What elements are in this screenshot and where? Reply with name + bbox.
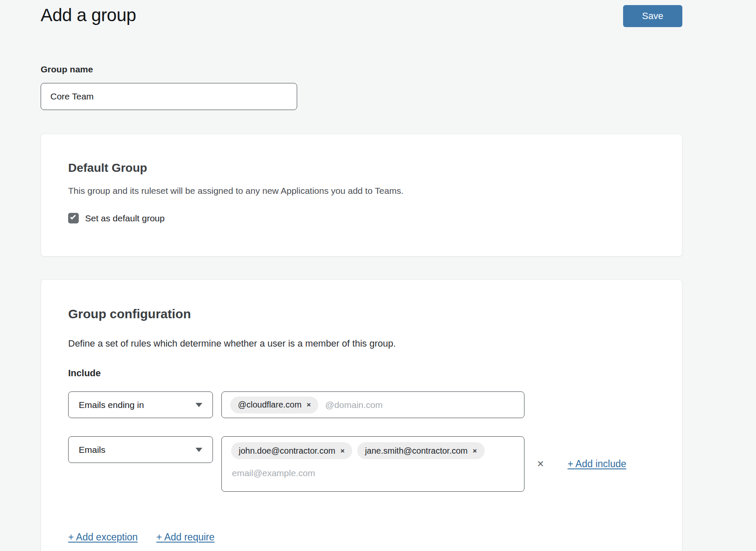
rule-value-field-2[interactable]: john.doe@contractor.com × jane.smith@con…	[221, 436, 524, 492]
default-group-checkbox-row[interactable]: Set as default group	[68, 213, 655, 223]
group-name-label: Group name	[41, 64, 682, 74]
remove-rule-icon[interactable]: ×	[537, 458, 544, 470]
rule-value-input-2[interactable]	[232, 467, 517, 479]
default-group-checkbox-label[interactable]: Set as default group	[85, 213, 165, 223]
group-configuration-card: Group configuration Define a set of rule…	[41, 279, 682, 551]
page-header: Add a group Save	[41, 0, 682, 27]
rule-type-select-1[interactable]: Emails ending in	[68, 391, 213, 418]
save-button[interactable]: Save	[623, 5, 682, 27]
rule-value-input-1[interactable]	[325, 399, 518, 411]
default-group-checkbox[interactable]	[68, 213, 79, 223]
tag-chip: john.doe@contractor.com ×	[231, 442, 352, 459]
tag-remove-icon[interactable]: ×	[306, 401, 311, 408]
rule-type-select-2-value: Emails	[79, 445, 105, 455]
tag-chip-label: john.doe@contractor.com	[239, 446, 335, 456]
tag-chip-label: jane.smith@contractor.com	[365, 446, 468, 456]
add-require-link[interactable]: + Add require	[156, 532, 214, 543]
page-content: Add a group Save Group name Default Grou…	[41, 0, 682, 551]
chevron-down-icon	[196, 403, 202, 407]
group-configuration-title: Group configuration	[68, 307, 655, 321]
tag-remove-icon[interactable]: ×	[473, 447, 477, 455]
group-configuration-description: Define a set of rules which determine wh…	[68, 338, 655, 349]
rule-row-actions: × + Add include	[524, 436, 626, 492]
chevron-down-icon	[196, 448, 202, 452]
default-group-description: This group and its ruleset will be assig…	[68, 186, 655, 196]
checkmark-icon	[70, 214, 76, 220]
default-group-title: Default Group	[68, 161, 655, 175]
add-exception-link[interactable]: + Add exception	[68, 532, 138, 543]
include-rule-row-1: Emails ending in @cloudflare.com ×	[68, 391, 655, 418]
tag-chip: @cloudflare.com ×	[230, 397, 318, 413]
tag-chip-label: @cloudflare.com	[238, 400, 301, 410]
rule-type-select-2[interactable]: Emails	[68, 436, 213, 463]
rule-value-field-1[interactable]: @cloudflare.com ×	[221, 391, 524, 418]
add-include-link[interactable]: + Add include	[568, 458, 626, 470]
rule-type-select-1-value: Emails ending in	[79, 400, 144, 410]
default-group-card: Default Group This group and its ruleset…	[41, 134, 682, 256]
include-label: Include	[68, 368, 655, 379]
tag-chip: jane.smith@contractor.com ×	[357, 442, 485, 459]
include-rule-row-2: Emails john.doe@contractor.com × jane.sm…	[68, 436, 655, 492]
bottom-links: + Add exception + Add require	[68, 532, 655, 543]
page-title: Add a group	[41, 4, 136, 27]
group-name-input[interactable]	[41, 83, 297, 110]
tag-remove-icon[interactable]: ×	[340, 447, 345, 455]
